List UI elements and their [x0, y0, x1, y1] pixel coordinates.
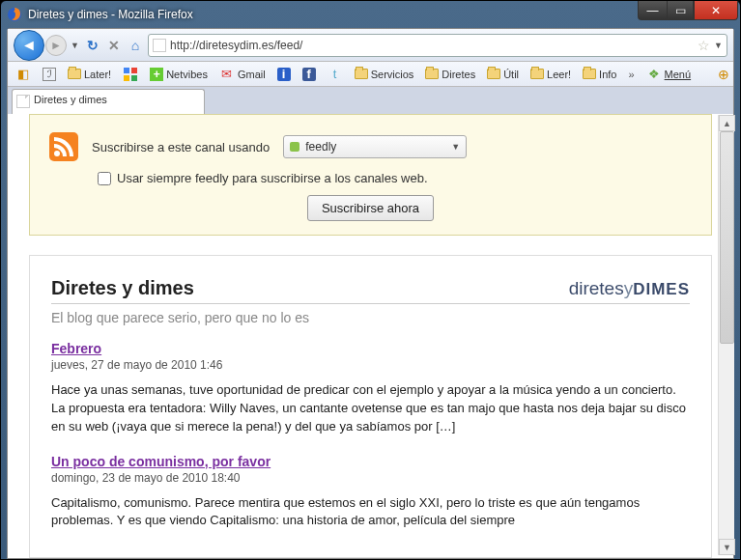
subscribe-label: Suscribirse a este canal usando: [92, 140, 270, 154]
always-use-checkbox[interactable]: [98, 172, 111, 185]
bookmark-menu[interactable]: ❖Menú: [642, 65, 696, 84]
scroll-down-button[interactable]: ▼: [719, 539, 735, 555]
bookmarks-toolbar: ◧ ℐ Later! +Netvibes ✉Gmail i f t Servic…: [8, 62, 733, 87]
feed-tagline: El blog que parece serio, pero que no lo…: [51, 310, 690, 325]
always-use-label: Usar siempre feedly para suscribirse a l…: [117, 171, 428, 185]
bookmarks-overflow[interactable]: »: [624, 69, 638, 80]
svg-rect-1: [124, 68, 129, 73]
feed-title: Diretes y dimes: [51, 277, 194, 299]
chevron-down-icon: ▼: [451, 142, 460, 152]
url-input[interactable]: [170, 39, 694, 52]
bookmark-netvibes[interactable]: +Netvibes: [146, 66, 212, 83]
post-body: Capitalismo, comunismo. Parece mentira q…: [51, 494, 690, 531]
url-bar[interactable]: ☆ ▼: [148, 34, 727, 57]
post-title-link[interactable]: Febrero: [51, 341, 101, 356]
scroll-up-button[interactable]: ▲: [719, 115, 735, 131]
sidebar-toggle[interactable]: ◧: [12, 65, 35, 84]
feedly-icon: [290, 142, 299, 152]
feed-post: Febrero jueves, 27 de mayo de 2010 1:46 …: [51, 341, 690, 436]
tab-title: Diretes y dimes: [34, 94, 107, 105]
firefox-icon: [7, 7, 22, 22]
minimize-button[interactable]: —: [638, 1, 667, 20]
nav-toolbar: ◄ ► ▼ ↻ ✕ ⌂ ☆ ▼: [8, 29, 733, 62]
bookmark-facebook[interactable]: f: [299, 66, 320, 83]
readability-button[interactable]: ℐ: [39, 66, 60, 83]
svg-rect-5: [49, 132, 78, 161]
window-title: Diretes y dimes - Mozilla Firefox: [28, 8, 734, 21]
bookmark-gmail[interactable]: ✉Gmail: [215, 65, 270, 84]
home-button[interactable]: ⌂: [127, 37, 144, 54]
bookmark-star-icon[interactable]: ☆: [698, 38, 710, 53]
bookmark-info[interactable]: i: [273, 66, 295, 83]
tab-active[interactable]: Diretes y dimes: [12, 89, 205, 114]
subscribe-button[interactable]: Suscribirse ahora: [307, 195, 434, 221]
forward-button[interactable]: ►: [45, 35, 67, 56]
feed-box: Diretes y dimes diretesyDIMES El blog qu…: [29, 255, 712, 558]
post-date: jueves, 27 de mayo de 2010 1:46: [51, 358, 690, 372]
svg-rect-2: [131, 68, 137, 73]
rss-icon: [49, 132, 78, 161]
back-button[interactable]: ◄: [14, 30, 44, 61]
subscribe-box: Suscribirse a este canal usando feedly ▼…: [29, 114, 712, 236]
post-body: Hace ya unas semanas, tuve oportunidad d…: [51, 381, 690, 436]
bookmark-google[interactable]: [119, 65, 142, 84]
svg-rect-4: [131, 75, 137, 81]
reload-button[interactable]: ↻: [84, 37, 101, 54]
url-dropdown[interactable]: ▼: [714, 41, 723, 50]
tab-page-icon: [16, 95, 30, 108]
titlebar[interactable]: Diretes y dimes - Mozilla Firefox — ▭ ✕: [1, 1, 740, 28]
add-bookmark-icon[interactable]: ⊕: [718, 67, 729, 82]
site-logo: diretesyDIMES: [569, 278, 690, 299]
svg-point-6: [54, 151, 60, 156]
tab-bar: Diretes y dimes: [8, 87, 733, 114]
feed-post: Un poco de comunismo, por favor domingo,…: [51, 454, 690, 531]
maximize-button[interactable]: ▭: [667, 1, 694, 20]
post-date: domingo, 23 de mayo de 2010 18:40: [51, 471, 690, 485]
bookmark-servicios[interactable]: Servicios: [351, 67, 418, 82]
stop-button[interactable]: ✕: [105, 37, 123, 54]
feed-reader-selected: feedly: [305, 140, 336, 154]
scroll-thumb[interactable]: [720, 131, 734, 344]
page-icon: [153, 39, 166, 52]
close-button[interactable]: ✕: [694, 1, 738, 20]
bookmark-later[interactable]: Later!: [64, 67, 115, 82]
feed-reader-select[interactable]: feedly ▼: [283, 135, 467, 158]
bookmark-info-folder[interactable]: Info: [579, 67, 620, 82]
scrollbar[interactable]: ▲ ▼: [718, 115, 734, 555]
bookmark-leer[interactable]: Leer!: [527, 67, 575, 82]
bookmark-diretes[interactable]: Diretes: [421, 67, 479, 82]
svg-rect-3: [124, 75, 129, 81]
bookmark-util[interactable]: Útil: [483, 67, 523, 82]
bookmark-twitter[interactable]: t: [324, 65, 347, 84]
post-title-link[interactable]: Un poco de comunismo, por favor: [51, 454, 271, 469]
history-dropdown[interactable]: ▼: [71, 41, 80, 50]
page-content: Suscribirse a este canal usando feedly ▼…: [8, 114, 733, 558]
